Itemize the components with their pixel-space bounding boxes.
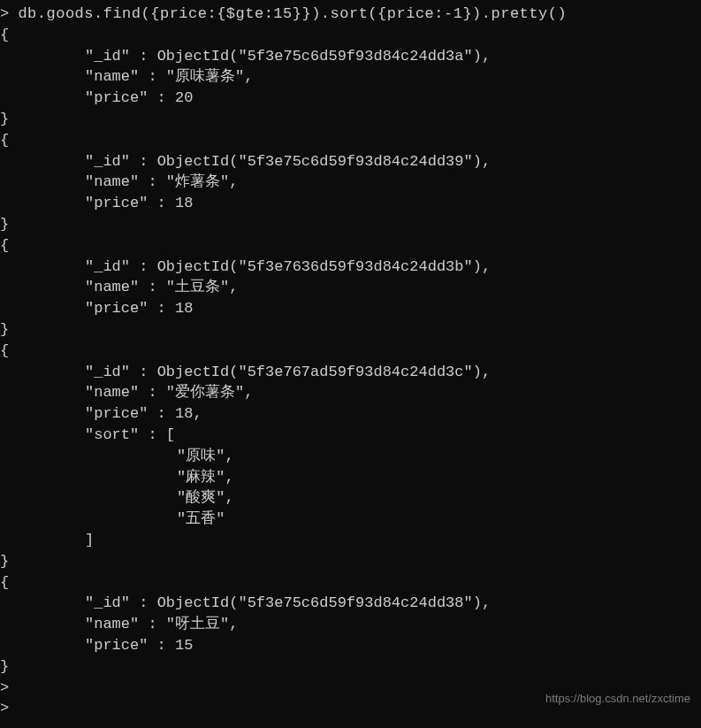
field-price: "price" : 18 — [0, 298, 701, 319]
watermark-text: https://blog.csdn.net/zxctime — [545, 691, 690, 707]
doc-open-brace: { — [0, 341, 701, 362]
field-sort-open: "sort" : [ — [0, 425, 701, 446]
doc-close-brace: } — [0, 109, 701, 130]
terminal-output: > db.goods.find({price:{$gte:15}}).sort(… — [0, 4, 701, 719]
sort-item: "酸爽", — [0, 487, 701, 509]
doc-close-brace: } — [0, 551, 701, 572]
field-sort-close: ] — [0, 530, 701, 551]
doc-open-brace: { — [0, 572, 701, 594]
doc-open-brace: { — [0, 130, 701, 151]
command-line[interactable]: > db.goods.find({price:{$gte:15}}).sort(… — [0, 4, 701, 25]
field-name: "name" : "呀土豆", — [0, 614, 701, 635]
field-name: "name" : "爱你薯条", — [0, 382, 701, 403]
field-price: "price" : 20 — [0, 88, 701, 109]
doc-open-brace: { — [0, 235, 701, 257]
sort-item: "五香" — [0, 509, 701, 530]
field-id: "_id" : ObjectId("5f3e767ad59f93d84c24dd… — [0, 362, 701, 383]
field-id: "_id" : ObjectId("5f3e75c6d59f93d84c24dd… — [0, 593, 701, 614]
prompt-char: > — [0, 5, 9, 22]
field-name: "name" : "炸薯条", — [0, 172, 701, 193]
sort-item: "麻辣", — [0, 467, 701, 488]
doc-close-brace: } — [0, 656, 701, 678]
sort-item: "原味", — [0, 446, 701, 467]
command-text: db.goods.find({price:{$gte:15}}).sort({p… — [18, 5, 567, 22]
doc-close-brace: } — [0, 214, 701, 235]
field-id: "_id" : ObjectId("5f3e7636d59f93d84c24dd… — [0, 257, 701, 278]
field-name: "name" : "土豆条", — [0, 277, 701, 298]
field-price: "price" : 18, — [0, 403, 701, 425]
field-id: "_id" : ObjectId("5f3e75c6d59f93d84c24dd… — [0, 46, 701, 67]
field-price: "price" : 18 — [0, 193, 701, 214]
doc-open-brace: { — [0, 25, 701, 46]
field-id: "_id" : ObjectId("5f3e75c6d59f93d84c24dd… — [0, 151, 701, 172]
doc-close-brace: } — [0, 319, 701, 341]
field-price: "price" : 15 — [0, 635, 701, 656]
field-name: "name" : "原味薯条", — [0, 66, 701, 88]
results-container: {"_id" : ObjectId("5f3e75c6d59f93d84c24d… — [0, 25, 701, 678]
